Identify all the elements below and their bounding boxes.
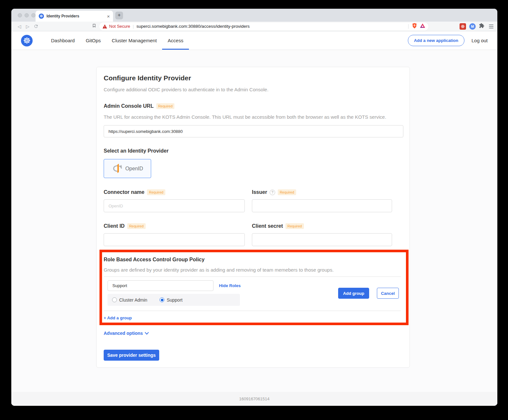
not-secure-label[interactable]: Not Secure [109,24,130,29]
role-option-support[interactable]: Support [160,297,182,303]
issuer-label: Issuer [252,189,267,195]
address-bar[interactable]: Not Secure | superci.somebigbank.com:308… [99,22,429,31]
brave-shield-icon[interactable] [412,23,417,30]
profile-avatar[interactable]: M [469,23,476,30]
rbac-section-title: Role Based Access Control Group Policy [104,257,204,263]
page-subtitle: Configure additional ODIC providers to a… [104,87,268,92]
extensions-puzzle-icon[interactable] [479,23,484,30]
required-badge: Required [156,103,175,109]
nav-item-access[interactable]: Access [162,31,189,50]
tab-favicon-kubernetes-icon: ☸ [39,14,44,19]
role-option-cluster-admin[interactable]: Cluster Admin [112,297,147,303]
url-separator: | [133,24,134,29]
client-secret-label: Client secret [252,223,283,229]
browser-window: ☸ Identity Providers × + ◁ ▷ Not Secure … [11,9,497,406]
page-content: Configure Identity Provider Configure ad… [11,50,497,406]
chevron-down-icon [145,332,149,335]
rbac-divider [104,311,401,311]
new-tab-button[interactable]: + [115,12,123,19]
rbac-divider [104,276,401,277]
advanced-options-label: Advanced options [104,331,143,336]
openid-provider-tile[interactable]: OpenID [104,159,151,178]
group-name-input[interactable] [108,280,213,291]
save-provider-settings-button[interactable]: Save provider settings [104,350,159,361]
identity-provider-card: Configure Identity Provider Configure ad… [96,67,410,368]
nav-item-gitops[interactable]: GitOps [80,31,106,50]
required-badge: Required [285,223,304,229]
nav-item-cluster-management[interactable]: Cluster Management [106,31,162,50]
timestamp-text: 1609167061514 [239,396,270,401]
window-controls[interactable] [18,13,36,17]
openid-logo-icon [112,164,123,174]
tab-strip: ☸ Identity Providers × + [11,9,497,22]
role-radio-group: Cluster Admin Support [108,294,240,306]
hide-roles-link[interactable]: Hide Roles [219,283,241,288]
omnibox-divider [408,24,409,29]
add-new-application-button[interactable]: Add a new application [408,35,464,46]
browser-tab[interactable]: ☸ Identity Providers × [36,11,113,22]
issuer-input[interactable] [252,199,392,212]
admin-console-url-input[interactable] [104,125,403,137]
required-badge: Required [278,189,296,195]
add-a-group-link[interactable]: + Add a group [104,315,132,320]
app-navbar: ☸ Dashboard GitOps Cluster Management Ac… [11,31,497,50]
radio-checked-icon[interactable] [160,297,164,302]
back-button[interactable]: ◁ [15,24,24,29]
browser-menu-icon[interactable] [489,25,493,28]
advanced-options-toggle[interactable]: Advanced options [104,331,149,336]
tab-title: Identity Providers [47,14,104,18]
client-id-input[interactable] [104,233,245,246]
role-option-label: Cluster Admin [119,297,147,303]
nav-item-dashboard[interactable]: Dashboard [46,31,80,50]
page-title: Configure Identity Provider [104,74,191,82]
rbac-section-description: Groups are defined by your identity prov… [104,267,334,273]
not-secure-warning-icon[interactable] [102,24,107,29]
browser-toolbar: ◁ ▷ Not Secure | superci.somebigbank.com… [11,22,497,31]
required-badge: Required [147,189,165,195]
tab-close-icon[interactable]: × [107,14,110,19]
connector-name-input[interactable] [104,199,245,212]
nav-links: Dashboard GitOps Cluster Management Acce… [46,31,189,50]
add-group-button[interactable]: Add group [338,288,369,299]
required-badge: Required [127,223,146,229]
client-id-label: Client ID [104,223,125,229]
bat-rewards-icon[interactable] [420,23,425,29]
radio-unchecked-icon[interactable] [112,297,117,302]
admin-console-url-label: Admin Console URL [104,103,154,109]
extension-icon[interactable] [460,23,466,30]
connector-name-label: Connector name [104,189,144,195]
reload-icon [34,24,38,29]
kubernetes-logo-icon[interactable]: ☸ [21,35,33,46]
bookmark-icon[interactable] [92,23,97,29]
page-footer: 1609167061514 [11,392,497,406]
reload-button[interactable] [32,24,40,29]
url-text[interactable]: superci.somebigbank.com:30880/access/ide… [137,24,409,29]
client-secret-input[interactable] [252,233,392,246]
cancel-button[interactable]: Cancel [377,288,399,299]
extension-area: M [460,23,493,30]
select-identity-provider-label: Select an Identity Provider [104,148,169,154]
admin-console-url-help: The URL for accessing the KOTS Admin Con… [104,114,386,120]
role-option-label: Support [167,297,182,303]
logout-button[interactable]: Log out [472,38,488,43]
minimize-window-button[interactable] [25,13,29,17]
openid-provider-label: OpenID [125,166,143,172]
forward-button[interactable]: ▷ [24,24,32,29]
issuer-help-icon[interactable]: ? [270,190,275,195]
zoom-window-button[interactable] [31,13,36,17]
close-window-button[interactable] [18,13,22,17]
